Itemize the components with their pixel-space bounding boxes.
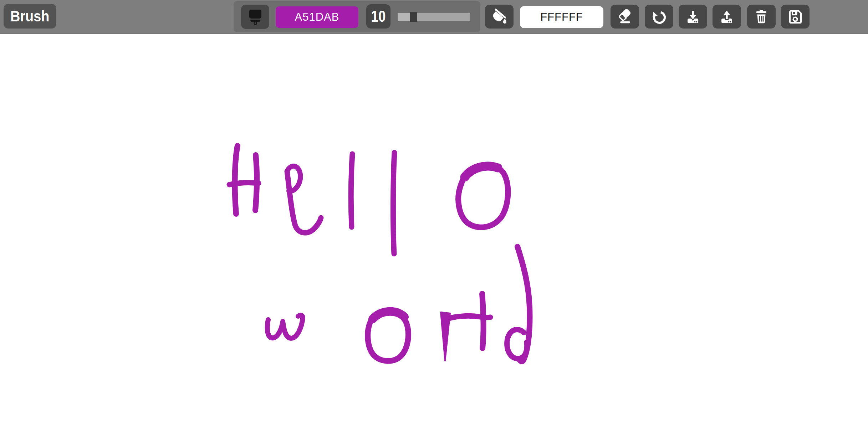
upload-icon [718, 8, 735, 25]
eraser-icon [616, 8, 633, 25]
save-button[interactable] [781, 5, 810, 29]
save-icon [787, 8, 804, 25]
paint-bucket-icon [491, 8, 508, 25]
fill-color-hex-value: FFFFFF [540, 11, 583, 24]
fill-color-input[interactable]: FFFFFF [520, 6, 603, 28]
brush-color-button[interactable]: A51DAB [276, 6, 358, 28]
brush-color-hex-label: A51DAB [295, 11, 339, 24]
undo-icon [650, 8, 668, 25]
slider-track[interactable] [398, 13, 470, 21]
brush-settings-panel: A51DAB 10 [234, 1, 480, 32]
eraser-button[interactable] [611, 5, 639, 29]
slider-thumb[interactable] [410, 12, 417, 22]
brush-size-slider[interactable] [398, 12, 470, 22]
paint-brush-icon [247, 8, 264, 25]
upload-button[interactable] [713, 5, 741, 29]
slider-fill [398, 13, 410, 21]
trash-icon [753, 8, 770, 25]
clear-canvas-button[interactable] [747, 5, 776, 29]
undo-button[interactable] [645, 5, 673, 29]
brush-mode-label: Brush [10, 8, 49, 25]
brush-tool-button[interactable] [241, 5, 269, 29]
download-icon [684, 8, 701, 25]
drawing-canvas[interactable] [0, 35, 868, 432]
download-button[interactable] [679, 5, 707, 29]
toolbar: Brush A51DAB 10 [0, 0, 868, 34]
brush-mode-button[interactable]: Brush [4, 4, 56, 29]
brush-size-value: 10 [371, 7, 386, 26]
fill-tool-button[interactable] [485, 5, 514, 29]
brush-size-badge: 10 [366, 4, 390, 29]
